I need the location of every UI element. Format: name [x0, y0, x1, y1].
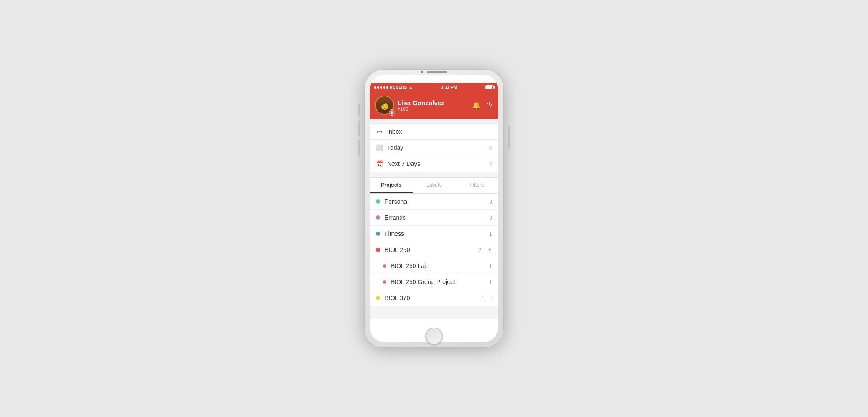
nav-item-today[interactable]: ⬜ Today 4 [370, 140, 498, 156]
signal-dots [374, 86, 388, 89]
avatar-container[interactable]: 👩 [375, 96, 394, 115]
calendar-icon: 📅 [376, 160, 383, 167]
signal-dot-1 [374, 86, 376, 89]
power-button [508, 126, 510, 149]
signal-dot-5 [386, 86, 388, 89]
project-list: Personal 3 Errands 3 Fitness 1 [370, 194, 498, 306]
app-header: 👩 Lisa Gonzalvez †100 🔔 ⏱ [370, 92, 498, 119]
signal-dot-2 [377, 86, 379, 89]
carrier-info: ROGERS ▲ [374, 85, 413, 89]
battery-icon [485, 85, 494, 89]
header-actions: 🔔 ⏱ [472, 101, 493, 109]
project-name-personal: Personal [385, 198, 485, 205]
today-icon: ⬜ [376, 144, 383, 151]
signal-dot-4 [383, 86, 385, 89]
project-name-biol250lab: BIOL 250 Lab [391, 262, 485, 269]
nav-inbox-label: Inbox [387, 128, 492, 135]
project-item-fitness[interactable]: Fitness 1 [370, 226, 498, 242]
nav-item-inbox[interactable]: ▭ Inbox [370, 123, 498, 140]
project-name-biol250: BIOL 250 [385, 246, 474, 253]
volume-up-button [358, 121, 360, 136]
project-dot-biol250group [383, 280, 386, 284]
notification-icon[interactable]: 🔔 [472, 101, 481, 109]
project-item-biol250[interactable]: BIOL 250 2 ▼ [370, 242, 498, 258]
mute-button [358, 104, 360, 116]
home-button[interactable] [425, 328, 443, 345]
project-item-biol370[interactable]: BIOL 370 1 ‹ [370, 290, 498, 306]
project-dot-biol370 [376, 296, 380, 300]
app-content: ▭ Inbox ⬜ Today 4 📅 Next 7 Days 7 [370, 119, 498, 319]
project-count-personal: 3 [489, 199, 492, 205]
carrier-name: ROGERS [390, 85, 407, 89]
biol370-collapse-icon[interactable]: ‹ [490, 295, 492, 301]
tab-projects[interactable]: Projects [370, 178, 413, 193]
wifi-icon: ▲ [409, 85, 413, 89]
project-name-biol370: BIOL 370 [385, 295, 477, 301]
nav-item-next7days[interactable]: 📅 Next 7 Days 7 [370, 156, 498, 172]
project-count-biol250lab: 1 [489, 263, 492, 269]
clock-icon[interactable]: ⏱ [486, 101, 493, 109]
avatar-badge [389, 109, 395, 116]
project-dot-errands [376, 215, 380, 220]
biol250-expand-icon[interactable]: ▼ [487, 247, 492, 252]
status-time: 3:33 PM [441, 85, 457, 90]
earpiece-speaker [427, 71, 447, 73]
project-dot-biol250lab [383, 264, 386, 268]
tabs-section: Projects Labels Filters Personal 3 [370, 177, 498, 306]
phone-inner: ROGERS ▲ 3:33 PM 👩 [370, 75, 498, 342]
user-name: Lisa Gonzalvez [398, 99, 444, 106]
screen: ROGERS ▲ 3:33 PM 👩 [370, 83, 498, 319]
volume-down-button [358, 140, 360, 156]
avatar-badge-dot [391, 111, 393, 114]
nav-today-label: Today [387, 144, 485, 151]
phone-top-hardware [421, 69, 447, 73]
user-info: Lisa Gonzalvez †100 [398, 99, 444, 112]
tabs-header: Projects Labels Filters [370, 178, 498, 194]
project-item-errands[interactable]: Errands 3 [370, 210, 498, 226]
nav-today-count: 4 [489, 145, 492, 151]
inbox-icon: ▭ [376, 128, 383, 135]
phone-frame: ROGERS ▲ 3:33 PM 👩 [365, 70, 503, 348]
project-item-biol250group[interactable]: BIOL 250 Group Project 1 [370, 274, 498, 290]
project-count-biol370: 1 [481, 295, 484, 301]
project-name-biol250group: BIOL 250 Group Project [391, 278, 485, 285]
user-score: †100 [398, 106, 444, 112]
project-dot-fitness [376, 232, 380, 236]
nav-next7days-label: Next 7 Days [387, 160, 485, 167]
project-name-errands: Errands [385, 214, 485, 221]
project-count-biol250: 2 [478, 247, 481, 253]
status-bar: ROGERS ▲ 3:33 PM [370, 83, 498, 92]
project-dot-personal [376, 199, 380, 204]
nav-next7days-count: 7 [489, 161, 492, 167]
battery-fill [486, 86, 492, 89]
nav-section: ▭ Inbox ⬜ Today 4 📅 Next 7 Days 7 [370, 119, 498, 174]
project-count-errands: 3 [489, 215, 492, 221]
project-item-personal[interactable]: Personal 3 [370, 194, 498, 210]
tab-labels[interactable]: Labels [413, 178, 456, 193]
battery-indicator [485, 85, 494, 89]
project-item-biol250lab[interactable]: BIOL 250 Lab 1 [370, 258, 498, 274]
project-count-biol250group: 1 [489, 279, 492, 285]
tab-filters[interactable]: Filters [455, 178, 498, 193]
user-profile-area[interactable]: 👩 Lisa Gonzalvez †100 [375, 96, 444, 115]
project-dot-biol250 [376, 248, 380, 252]
signal-dot-3 [380, 86, 382, 89]
front-camera [421, 71, 423, 73]
project-count-fitness: 1 [489, 231, 492, 237]
project-name-fitness: Fitness [385, 230, 485, 237]
